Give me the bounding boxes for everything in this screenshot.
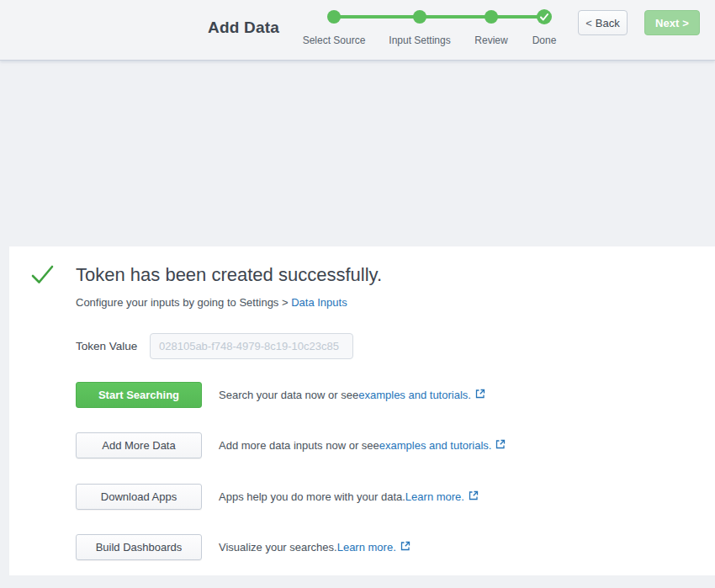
stepper-progress-line [334, 15, 544, 19]
success-title: Token has been created successfully. [76, 264, 382, 286]
external-link-icon [469, 490, 479, 503]
step-label-input-settings: Input Settings [389, 34, 450, 46]
action-row-add-more-data: Add More Data Add more data inputs now o… [76, 432, 506, 458]
description-text: Search your data now or see [219, 389, 358, 401]
action-description: Add more data inputs now or see examples… [219, 439, 506, 452]
learn-more-link[interactable]: Learn more. [405, 490, 464, 503]
back-button-label: Back [596, 17, 620, 29]
add-more-data-button[interactable]: Add More Data [76, 432, 202, 458]
token-value-label: Token Value [76, 340, 150, 352]
step-label-review: Review [474, 34, 507, 46]
chevron-right-icon: > [682, 17, 689, 29]
description-text: Visualize your searches. [219, 541, 337, 554]
token-row: Token Value [76, 333, 353, 359]
chevron-left-icon: < [585, 17, 592, 29]
action-description: Visualize your searches. Learn more. [219, 541, 410, 554]
action-row-build-dashboards: Build Dashboards Visualize your searches… [76, 534, 410, 560]
step-label-done: Done [532, 34, 557, 46]
action-row-download-apps: Download Apps Apps help you do more with… [76, 484, 479, 510]
success-subtitle: Configure your inputs by going to Settin… [76, 296, 347, 309]
next-button-label: Next [655, 17, 679, 29]
subtitle-text: Configure your inputs by going to Settin… [76, 296, 291, 309]
external-link-icon [475, 389, 485, 401]
step-dot-review [485, 10, 498, 24]
start-searching-button[interactable]: Start Searching [76, 382, 202, 408]
description-text: Apps help you do more with your data. [219, 490, 405, 503]
examples-tutorials-link[interactable]: examples and tutorials. [379, 439, 492, 452]
step-dot-select-source [327, 10, 341, 24]
data-inputs-link[interactable]: Data Inputs [291, 296, 347, 309]
back-button[interactable]: < Back [578, 10, 628, 35]
step-label-select-source: Select Source [303, 34, 366, 46]
action-row-start-searching: Start Searching Search your data now or … [76, 382, 485, 408]
token-value-input[interactable] [150, 333, 353, 359]
description-text: Add more data inputs now or see [219, 439, 379, 452]
success-check-icon [31, 265, 55, 289]
success-panel: Token has been created successfully. Con… [9, 246, 715, 575]
step-dot-input-settings [413, 10, 426, 24]
action-description: Search your data now or see examples and… [219, 389, 485, 401]
build-dashboards-button[interactable]: Build Dashboards [76, 534, 202, 560]
next-button[interactable]: Next > [644, 10, 700, 35]
step-dot-done-check-icon [537, 9, 552, 24]
external-link-icon [400, 541, 410, 554]
action-description: Apps help you do more with your data. Le… [219, 490, 479, 503]
learn-more-link[interactable]: Learn more. [337, 541, 396, 554]
page-title: Add Data [208, 19, 279, 37]
examples-tutorials-link[interactable]: examples and tutorials. [358, 389, 471, 401]
download-apps-button[interactable]: Download Apps [76, 484, 202, 510]
wizard-header: Add Data Select Source Input Settings Re… [0, 0, 715, 61]
external-link-icon [495, 439, 506, 452]
